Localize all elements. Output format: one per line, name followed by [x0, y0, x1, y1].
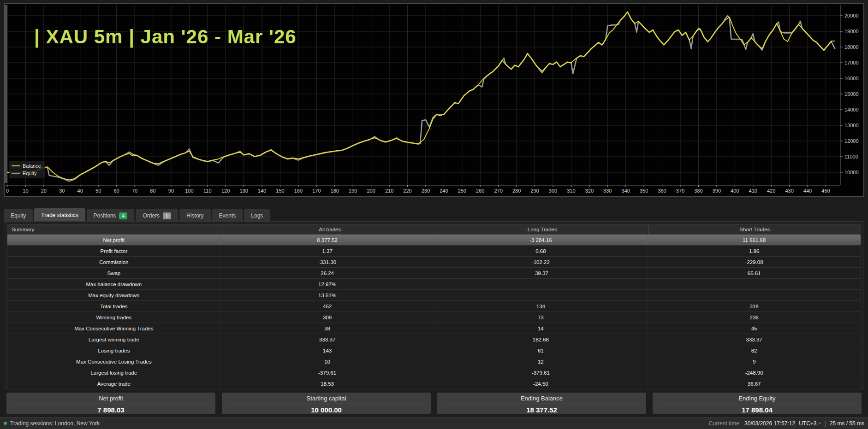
row-value: 38 — [220, 323, 434, 334]
row-value: -102.22 — [434, 257, 648, 267]
chart-vertical-scrollbar[interactable] — [5, 5, 7, 183]
row-value: 1.37 — [220, 246, 434, 256]
row-value: 236 — [647, 312, 861, 323]
column-header-all-trades: All trades — [224, 225, 436, 234]
svg-text:10000: 10000 — [844, 170, 859, 175]
svg-text:19000: 19000 — [844, 29, 859, 34]
row-value: 65.61 — [647, 268, 861, 278]
table-row[interactable]: Max Consecutive Losing Trades10129 — [7, 356, 861, 367]
row-value: 318 — [647, 301, 861, 311]
table-row[interactable]: Largest winning trade333.37182.68333.37 — [7, 334, 861, 345]
tab-logs[interactable]: Logs — [244, 209, 270, 222]
svg-text:140: 140 — [258, 188, 266, 194]
chart-legend: Balance Equity — [9, 161, 45, 178]
card-value: 17 898.04 — [653, 406, 862, 414]
svg-text:450: 450 — [821, 188, 830, 194]
card-starting-capital: Starting capital 10 000.00 — [222, 393, 431, 414]
table-row[interactable]: Average trade18.53-24.5036.67 — [7, 378, 861, 389]
row-value: - — [647, 290, 861, 300]
tab-trade-statistics[interactable]: Trade statistics — [34, 208, 85, 222]
svg-text:310: 310 — [567, 188, 575, 194]
svg-text:280: 280 — [512, 188, 521, 194]
table-row[interactable]: Max balance drawdown12.97%-- — [7, 279, 861, 290]
timezone-selector[interactable]: UTC+3 ▾ — [799, 420, 820, 427]
equity-chart-svg[interactable]: 0102030405060708090100110120130140150160… — [5, 4, 862, 194]
svg-text:110: 110 — [203, 188, 212, 194]
table-row[interactable]: Commission-331.30-102.22-229.08 — [7, 257, 861, 268]
row-value: 309 — [220, 312, 434, 323]
row-label: Max equity drawdown — [7, 290, 220, 300]
card-divider — [657, 404, 857, 404]
latency-value: 25 ms / 55 ms — [830, 420, 864, 427]
svg-text:150: 150 — [276, 188, 284, 194]
row-value: 11 661.68 — [647, 235, 861, 245]
legend-equity-label: Equity — [23, 170, 37, 176]
svg-text:390: 390 — [713, 188, 721, 194]
table-row[interactable]: Max equity drawdown13.51%-- — [7, 290, 861, 301]
column-header-short-trades: Short Trades — [648, 225, 861, 234]
card-divider — [226, 404, 426, 404]
svg-text:350: 350 — [640, 188, 648, 194]
legend-item-equity: Equity — [12, 170, 41, 176]
svg-text:370: 370 — [676, 188, 684, 194]
row-value: - — [434, 279, 648, 289]
legend-balance-label: Balance — [23, 163, 41, 169]
svg-text:270: 270 — [494, 188, 502, 194]
svg-text:20: 20 — [41, 188, 47, 194]
tab-history[interactable]: History — [179, 209, 210, 222]
card-label: Ending Equity — [653, 393, 862, 402]
stats-table-header: Summary All trades Long Trades Short Tra… — [7, 225, 861, 235]
table-row[interactable]: Profit factor1.370.681.96 — [7, 246, 861, 257]
table-row[interactable]: Losing trades1436182 — [7, 345, 861, 356]
row-value: 333.37 — [647, 334, 861, 345]
row-label: Max balance drawdown — [7, 279, 220, 289]
positions-count-badge: 4 — [119, 212, 127, 219]
table-row[interactable]: Net profit8 377.52-3 284.1611 661.68 — [7, 235, 861, 246]
card-divider — [11, 404, 211, 404]
card-label: Starting capital — [222, 393, 431, 402]
row-value: 14 — [434, 323, 648, 334]
svg-text:380: 380 — [694, 188, 702, 194]
tab-events[interactable]: Events — [212, 209, 243, 222]
row-value: 13.51% — [220, 290, 434, 300]
row-value: -229.08 — [647, 257, 861, 267]
equity-chart[interactable]: 0102030405060708090100110120130140150160… — [4, 3, 864, 197]
card-label: Net profit — [6, 393, 215, 402]
row-value: 73 — [434, 312, 648, 323]
svg-text:30: 30 — [59, 188, 65, 194]
chevron-down-icon: ▾ — [819, 421, 821, 425]
session-indicator-dot — [4, 422, 7, 425]
row-value: 61 — [434, 345, 648, 356]
table-row[interactable]: Swap26.24-39.3765.61 — [7, 268, 861, 279]
card-net-profit: Net profit 7 898.03 — [6, 393, 215, 414]
tab-positions[interactable]: Positions 4 — [87, 209, 135, 222]
row-label: Total trades — [7, 301, 220, 311]
trading-sessions-status: Trading sessions: London, New York — [4, 420, 100, 427]
svg-text:400: 400 — [731, 188, 739, 194]
tab-label: Logs — [251, 212, 263, 219]
svg-text:16000: 16000 — [844, 76, 859, 81]
row-value: 12 — [434, 356, 648, 367]
row-value: 9 — [647, 356, 861, 367]
tab-equity[interactable]: Equity — [4, 209, 33, 222]
table-row[interactable]: Total trades452134318 — [7, 301, 861, 312]
svg-text:300: 300 — [549, 188, 557, 194]
svg-text:40: 40 — [77, 188, 83, 194]
table-row[interactable]: Winning trades30973236 — [7, 312, 861, 323]
balance-line-swatch — [12, 165, 20, 166]
svg-text:170: 170 — [312, 188, 321, 194]
row-value: 10 — [220, 356, 434, 367]
row-value: 26.24 — [220, 268, 434, 278]
row-value: 8 377.52 — [220, 235, 434, 245]
svg-text:13000: 13000 — [844, 123, 859, 128]
table-row[interactable]: Largest losing trade-379.61-379.61-248.9… — [7, 367, 861, 378]
summary-cards: Net profit 7 898.03 Starting capital 10 … — [6, 393, 862, 414]
svg-text:340: 340 — [622, 188, 630, 194]
table-row[interactable]: Max Consecutive Winning Trades381445 — [7, 323, 861, 334]
result-tabs: Equity Trade statistics Positions 4 Orde… — [4, 208, 270, 222]
svg-text:210: 210 — [385, 188, 393, 194]
tab-orders[interactable]: Orders 0 — [136, 209, 178, 222]
svg-text:10: 10 — [23, 188, 28, 194]
sessions-text: Trading sessions: London, New York — [10, 420, 100, 427]
row-value: -379.61 — [220, 367, 434, 378]
